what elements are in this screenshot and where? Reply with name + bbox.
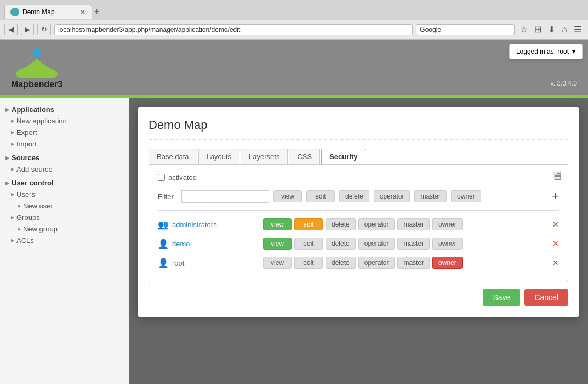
root-edit-button[interactable]: edit <box>294 257 323 269</box>
sidebar-item-export[interactable]: ▶ Export <box>0 127 129 138</box>
user-icon: 👤 <box>158 258 169 268</box>
groups-label: Groups <box>16 213 40 222</box>
table-row: 👤 demo view edit delete operator master … <box>158 234 559 253</box>
root-remove-button[interactable]: ✕ <box>552 258 559 267</box>
users-arrow-icon: ▶ <box>11 192 14 197</box>
table-row: 👤 root view edit delete operator master … <box>158 253 559 272</box>
tab-bar: Demo Map ✕ + <box>0 0 588 20</box>
sidebar-item-sources[interactable]: ▶ Sources <box>0 152 129 163</box>
content-area: ▶ Applications ▶ New application ▶ Expor… <box>0 98 588 384</box>
tabs: Base data Layouts Layersets CSS Security <box>149 149 568 164</box>
root-owner-button[interactable]: owner <box>432 257 463 269</box>
sidebar-item-new-application[interactable]: ▶ New application <box>0 115 129 127</box>
app-container: Mapbender3 v. 3.0.4.0 ▶ Applications ▶ N… <box>0 40 588 384</box>
sidebar-section-sources: ▶ Sources ▶ Add source <box>0 152 129 175</box>
applications-label: Applications <box>12 105 54 114</box>
header-view-button[interactable]: view <box>273 190 302 202</box>
download-button[interactable]: ⬇ <box>546 23 557 36</box>
login-text: Logged in as: root <box>516 48 569 55</box>
administrators-edit-button[interactable]: edit <box>294 218 323 230</box>
login-dropdown-icon[interactable]: ▾ <box>572 48 575 55</box>
filter-input[interactable] <box>181 190 269 203</box>
tab-content-security: 🖥 activated Filter view edit delete oper… <box>149 164 568 281</box>
sidebar-item-add-source[interactable]: ▶ Add source <box>0 163 129 175</box>
administrators-master-button[interactable]: master <box>397 218 430 230</box>
version-text: v. 3.0.4.0 <box>551 80 577 89</box>
header-delete-button[interactable]: delete <box>339 190 369 202</box>
forward-button[interactable]: ▶ <box>21 24 34 35</box>
acls-arrow-icon: ▶ <box>11 238 14 243</box>
bookmark-star-button[interactable]: ☆ <box>518 23 530 36</box>
url-text: localhost/mapbender3/app.php/manager/app… <box>58 26 409 33</box>
administrators-owner-button[interactable]: owner <box>432 218 463 230</box>
export-arrow-icon: ▶ <box>11 130 14 135</box>
sidebar-item-new-user[interactable]: ▶ New user <box>0 200 129 212</box>
tab-layersets[interactable]: Layersets <box>241 149 288 164</box>
address-bar: ◀ ▶ ↻ localhost/mapbender3/app.php/manag… <box>0 20 588 39</box>
header-owner-button[interactable]: owner <box>451 190 481 202</box>
tab-base-data[interactable]: Base data <box>149 149 197 164</box>
demo-master-button[interactable]: master <box>397 238 430 250</box>
demo-edit-button[interactable]: edit <box>294 238 323 250</box>
back-button[interactable]: ◀ <box>4 24 18 35</box>
new-tab-button[interactable]: + <box>94 7 99 16</box>
tabs-left: Base data Layouts Layersets CSS Security <box>149 149 366 164</box>
activated-checkbox[interactable] <box>158 174 165 181</box>
svg-marker-1 <box>19 59 54 73</box>
divider <box>158 210 559 211</box>
tab-layouts[interactable]: Layouts <box>198 149 240 164</box>
sidebar-item-new-group[interactable]: ▶ New group <box>0 223 129 235</box>
root-master-button[interactable]: master <box>397 257 430 269</box>
browser-tab[interactable]: Demo Map ✕ <box>4 5 92 19</box>
sidebar-item-groups[interactable]: ▶ Groups <box>0 212 129 223</box>
dialog-footer: Save Cancel <box>149 281 568 306</box>
table-row: 👥 administrators view edit delete operat… <box>158 215 559 234</box>
sidebar-item-applications[interactable]: ▶ Applications <box>0 104 129 115</box>
save-button[interactable]: Save <box>483 289 520 306</box>
extension-button[interactable]: ⊞ <box>532 23 544 36</box>
home-button[interactable]: ⌂ <box>560 23 569 36</box>
root-view-button[interactable]: view <box>263 257 292 269</box>
sidebar-item-import[interactable]: ▶ Import <box>0 138 129 150</box>
cancel-button[interactable]: Cancel <box>524 289 568 306</box>
login-banner: Logged in as: root ▾ <box>509 44 583 59</box>
user-name-administrators[interactable]: administrators <box>172 221 260 229</box>
administrators-view-button[interactable]: view <box>263 218 292 230</box>
tab-security[interactable]: Security <box>321 149 366 164</box>
user-name-demo[interactable]: demo <box>172 240 260 248</box>
administrators-remove-button[interactable]: ✕ <box>552 220 559 229</box>
root-operator-button[interactable]: operator <box>358 257 395 269</box>
new-application-label: New application <box>16 117 67 125</box>
administrators-delete-button[interactable]: delete <box>326 218 356 230</box>
root-delete-button[interactable]: delete <box>326 257 356 269</box>
sidebar-section-applications: ▶ Applications ▶ New application ▶ Expor… <box>0 104 129 150</box>
demo-delete-button[interactable]: delete <box>326 238 356 250</box>
sidebar-item-acls[interactable]: ▶ ACLs <box>0 235 129 246</box>
user-name-root[interactable]: root <box>172 259 260 267</box>
add-permission-button[interactable]: + <box>552 189 559 204</box>
header-master-button[interactable]: master <box>414 190 447 202</box>
monitor-icon[interactable]: 🖥 <box>551 169 563 183</box>
main-panel: Demo Map Base data Layouts Layersets CSS… <box>129 98 588 384</box>
refresh-button[interactable]: ↻ <box>37 24 51 35</box>
sidebar-item-user-control[interactable]: ▶ User control <box>0 177 129 189</box>
search-bar[interactable]: Google <box>416 24 515 35</box>
tab-css[interactable]: CSS <box>289 149 320 164</box>
menu-button[interactable]: ☰ <box>572 23 584 36</box>
url-bar[interactable]: localhost/mapbender3/app.php/manager/app… <box>54 24 413 35</box>
administrators-operator-button[interactable]: operator <box>358 218 395 230</box>
applications-arrow-icon: ▶ <box>5 107 9 112</box>
new-user-arrow-icon: ▶ <box>18 204 21 208</box>
demo-view-button[interactable]: view <box>263 238 292 250</box>
header-operator-button[interactable]: operator <box>374 190 410 202</box>
sidebar-item-users[interactable]: ▶ Users <box>0 189 129 200</box>
header-edit-button[interactable]: edit <box>306 190 335 202</box>
tab-close-button[interactable]: ✕ <box>79 8 86 16</box>
demo-owner-button[interactable]: owner <box>432 238 463 250</box>
activated-label: activated <box>168 173 197 182</box>
user-icon: 👤 <box>158 239 169 249</box>
demo-remove-button[interactable]: ✕ <box>552 239 559 248</box>
perm-actions-root: view edit delete operator master owner ✕ <box>263 257 559 269</box>
sidebar-section-user-control: ▶ User control ▶ Users ▶ New user ▶ Grou… <box>0 177 129 246</box>
demo-operator-button[interactable]: operator <box>358 238 395 250</box>
